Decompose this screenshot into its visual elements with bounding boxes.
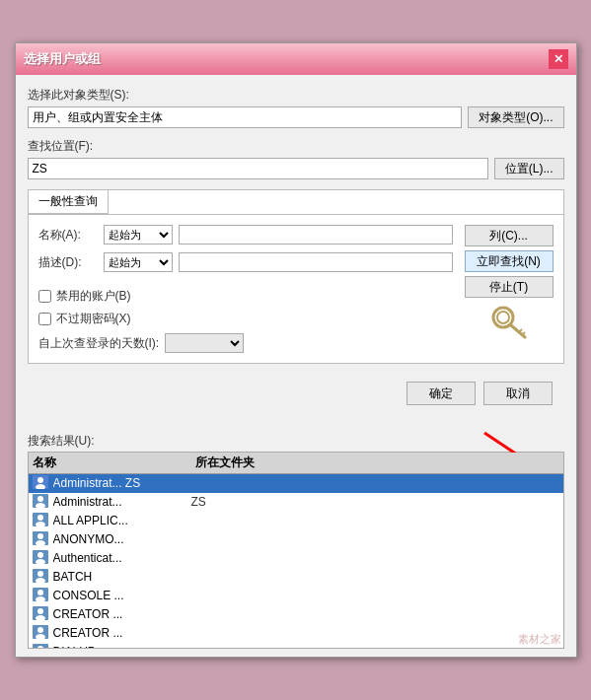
svg-line-4 bbox=[522, 332, 525, 335]
col-folder-header: 所在文件夹 bbox=[195, 455, 559, 471]
checkbox-disabled: 禁用的账户(B) bbox=[38, 288, 453, 305]
table-row[interactable]: Administrat...ZS bbox=[29, 493, 563, 512]
table-row[interactable]: Authenticat... bbox=[29, 549, 563, 568]
result-name: CREATOR ... bbox=[53, 607, 191, 621]
desc-label: 描述(D): bbox=[38, 254, 98, 271]
object-type-group: 选择此对象类型(S): 对象类型(O)... bbox=[28, 87, 564, 128]
cancel-button[interactable]: 取消 bbox=[483, 382, 553, 405]
query-section: 一般性查询 名称(A): 起始为 bbox=[28, 189, 564, 364]
table-row[interactable]: Administrat... ZS bbox=[29, 474, 563, 493]
table-row[interactable]: CREATOR ... bbox=[29, 624, 563, 643]
user-icon bbox=[33, 625, 50, 641]
form-fields: 名称(A): 起始为 描述(D): 起始为 bbox=[38, 225, 453, 353]
dialog-body: 选择此对象类型(S): 对象类型(O)... 查找位置(F): 位置(L)...… bbox=[16, 75, 576, 429]
checkbox-disabled-label: 禁用的账户(B) bbox=[56, 288, 131, 305]
right-buttons: 列(C)... 立即查找(N) 停止(T) bbox=[465, 225, 554, 353]
result-name: DIALUP bbox=[53, 645, 191, 649]
result-name: CREATOR ... bbox=[53, 626, 191, 640]
desc-row: 描述(D): 起始为 bbox=[38, 252, 453, 272]
days-select[interactable] bbox=[165, 333, 244, 353]
table-row[interactable]: CONSOLE ... bbox=[29, 587, 563, 605]
table-row[interactable]: DIALUP bbox=[29, 643, 563, 649]
title-bar: 选择用户或组 ✕ bbox=[16, 43, 576, 75]
object-type-label: 选择此对象类型(S): bbox=[28, 87, 564, 104]
user-icon bbox=[33, 513, 50, 528]
dialog-title: 选择用户或组 bbox=[24, 50, 101, 68]
search-now-button[interactable]: 立即查找(N) bbox=[465, 250, 554, 272]
desc-input[interactable] bbox=[179, 252, 453, 272]
columns-button[interactable]: 列(C)... bbox=[465, 225, 554, 246]
checkbox-noexpire-label: 不过期密码(X) bbox=[56, 311, 131, 327]
location-group: 查找位置(F): 位置(L)... bbox=[28, 138, 564, 179]
table-row[interactable]: BATCH bbox=[29, 568, 563, 587]
object-type-input[interactable] bbox=[28, 106, 463, 128]
stop-button[interactable]: 停止(T) bbox=[465, 276, 554, 298]
svg-point-14 bbox=[37, 515, 43, 521]
result-name: Administrat... bbox=[53, 495, 191, 509]
svg-point-29 bbox=[37, 608, 43, 614]
name-input[interactable] bbox=[179, 225, 453, 245]
section-tab[interactable]: 一般性查询 bbox=[29, 189, 109, 214]
results-container[interactable]: 名称 所在文件夹 Administrat... ZS Administrat..… bbox=[28, 452, 564, 649]
user-icon bbox=[33, 531, 50, 547]
svg-point-11 bbox=[37, 496, 43, 502]
user-icon bbox=[33, 588, 50, 603]
name-select[interactable]: 起始为 bbox=[104, 225, 173, 245]
result-name: BATCH bbox=[53, 570, 191, 584]
user-icon bbox=[33, 644, 50, 649]
desc-select[interactable]: 起始为 bbox=[104, 252, 173, 272]
result-name: ALL APPLIC... bbox=[53, 514, 191, 527]
svg-point-17 bbox=[37, 533, 43, 539]
checkbox-noexpire: 不过期密码(X) bbox=[38, 311, 453, 327]
result-name: Administrat... ZS bbox=[53, 476, 191, 490]
results-list: Administrat... ZS Administrat...ZS ALL A… bbox=[29, 474, 563, 649]
days-label: 自上次查登录的天数(I): bbox=[38, 335, 160, 352]
table-row[interactable]: CREATOR ... bbox=[29, 605, 563, 624]
user-icon bbox=[33, 606, 50, 622]
svg-point-8 bbox=[37, 477, 43, 483]
checkbox-noexpire-input[interactable] bbox=[38, 313, 51, 325]
user-icon bbox=[33, 569, 50, 585]
close-button[interactable]: ✕ bbox=[549, 49, 568, 69]
watermark: 素材之家 bbox=[518, 632, 561, 647]
select-user-dialog: 选择用户或组 ✕ 选择此对象类型(S): 对象类型(O)... 查找位置(F):… bbox=[15, 42, 577, 658]
result-name: ANONYMO... bbox=[53, 532, 191, 546]
user-icon bbox=[33, 550, 50, 566]
result-name: CONSOLE ... bbox=[53, 589, 191, 602]
user-icon bbox=[33, 475, 50, 491]
user-icon bbox=[33, 494, 50, 510]
svg-point-32 bbox=[37, 627, 43, 633]
results-label: 搜索结果(U): bbox=[16, 429, 576, 452]
location-label: 查找位置(F): bbox=[28, 138, 564, 155]
table-row[interactable]: ALL APPLIC... bbox=[29, 512, 563, 530]
svg-point-20 bbox=[37, 552, 43, 558]
section-content: 名称(A): 起始为 描述(D): 起始为 bbox=[29, 215, 563, 363]
key-icon bbox=[489, 304, 529, 339]
result-name: Authenticat... bbox=[53, 551, 191, 565]
object-type-button[interactable]: 对象类型(O)... bbox=[468, 106, 563, 128]
result-folder: ZS bbox=[191, 495, 206, 509]
location-input[interactable] bbox=[28, 158, 488, 179]
days-row: 自上次查登录的天数(I): bbox=[38, 333, 453, 353]
checkbox-disabled-input[interactable] bbox=[38, 290, 51, 303]
svg-point-1 bbox=[497, 312, 509, 323]
svg-point-26 bbox=[37, 590, 43, 595]
col-name-header: 名称 bbox=[33, 455, 195, 471]
svg-point-23 bbox=[37, 571, 43, 577]
confirm-button[interactable]: 确定 bbox=[406, 382, 476, 405]
name-row: 名称(A): 起始为 bbox=[38, 225, 453, 245]
svg-line-3 bbox=[519, 329, 522, 332]
table-row[interactable]: ANONYMO... bbox=[29, 530, 563, 549]
results-header: 名称 所在文件夹 bbox=[29, 453, 563, 474]
name-label: 名称(A): bbox=[38, 227, 98, 244]
key-icon-area bbox=[465, 302, 554, 341]
bottom-buttons: 确定 取消 bbox=[28, 374, 564, 417]
location-button[interactable]: 位置(L)... bbox=[494, 158, 564, 179]
